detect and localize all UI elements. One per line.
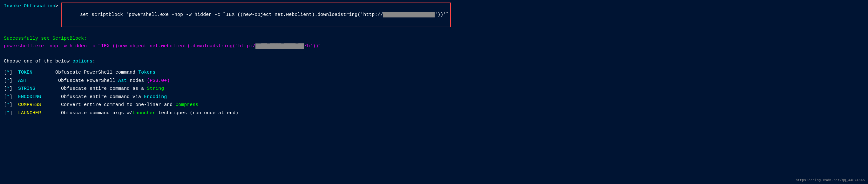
choose-colon: : — [92, 58, 95, 65]
menu-item-encoding[interactable]: [*] ENCODING Obfuscate entire command vi… — [4, 93, 864, 101]
desc-token: Obfuscate PowerShell command — [32, 69, 138, 77]
success-line-2: powershell.exe -nop -w hidden -c ˝IEX ((… — [4, 42, 864, 50]
asterisk-6: * — [7, 109, 9, 117]
desc-ast-2: nodes — [127, 77, 147, 85]
prompt-arrow: > — [55, 3, 61, 10]
desc-compress: Convert entire command to one-liner and — [41, 101, 175, 109]
bracket-close-3: ] — [9, 85, 18, 93]
asterisk-5: * — [7, 101, 9, 109]
success-line-1: Successfully set ScriptBlock: — [4, 35, 864, 42]
bracket-open-5: [ — [4, 101, 7, 109]
option-ast: AST — [18, 77, 27, 85]
watermark: https://blog.csdn.net/qq_44874645 — [796, 178, 865, 182]
option-token: TOKEN — [18, 69, 32, 77]
spacer-1 — [4, 27, 864, 35]
desc-launcher-2: techniques (run once at end) — [155, 109, 238, 117]
command-text: set scriptblock 'powershell.exe -nop -w … — [80, 12, 383, 17]
bracket-close-2: ] — [9, 77, 18, 85]
spacer-2 — [4, 50, 864, 58]
option-launcher: LAUNCHER — [18, 109, 41, 117]
success-label: Successfully set ScriptBlock: — [4, 35, 87, 42]
highlight-ps3: (PS3.0+) — [147, 77, 170, 85]
bracket-close-5: ] — [9, 101, 18, 109]
highlight-launcher: Launcher — [132, 109, 155, 117]
highlight-encoding: Encoding — [144, 93, 167, 101]
option-compress: COMPRESS — [18, 101, 41, 109]
bracket-close-4: ] — [9, 93, 18, 101]
bracket-open-1: [ — [4, 69, 7, 77]
choose-line: Choose one of the below options: — [4, 58, 864, 65]
bracket-open-6: [ — [4, 109, 7, 117]
menu-item-ast[interactable]: [*] AST Obfuscate PowerShell Ast nodes (… — [4, 77, 864, 85]
asterisk-2: * — [7, 77, 9, 85]
menu-item-token[interactable]: [*] TOKEN Obfuscate PowerShell command T… — [4, 69, 864, 77]
bracket-close-6: ] — [9, 109, 18, 117]
option-string: STRING — [18, 85, 35, 93]
choose-options: options — [72, 58, 92, 65]
command-input-box[interactable]: set scriptblock 'powershell.exe -nop -w … — [61, 3, 451, 27]
asterisk-4: * — [7, 93, 9, 101]
terminal-window: Invoke-Obfuscation > set scriptblock 'po… — [0, 0, 868, 184]
desc-string: Obfuscate entire command as a — [35, 85, 147, 93]
highlight-token: Tokens — [138, 69, 155, 77]
desc-launcher: Obfuscate command args w/ — [41, 109, 132, 117]
scriptblock-value: powershell.exe -nop -w hidden -c ˝IEX ((… — [4, 42, 321, 50]
menu-item-launcher[interactable]: [*] LAUNCHER Obfuscate command args w/La… — [4, 109, 864, 117]
menu-section: [*] TOKEN Obfuscate PowerShell command T… — [4, 69, 864, 117]
asterisk-3: * — [7, 85, 9, 93]
desc-ast: Obfuscate PowerShell — [27, 77, 118, 85]
bracket-close-1: ] — [9, 69, 18, 77]
bracket-open-2: [ — [4, 77, 7, 85]
menu-item-string[interactable]: [*] STRING Obfuscate entire command as a… — [4, 85, 864, 93]
asterisk-1: * — [7, 69, 9, 77]
highlight-string: String — [147, 85, 164, 93]
choose-text: Choose one of the below — [4, 58, 72, 65]
option-encoding: ENCODING — [18, 93, 41, 101]
prompt-text: Invoke-Obfuscation — [4, 3, 55, 10]
command-end-text: '))'˝ — [435, 12, 449, 17]
command-line: Invoke-Obfuscation > set scriptblock 'po… — [4, 3, 864, 27]
bracket-open-4: [ — [4, 93, 7, 101]
url-hidden: ██████████████████ — [383, 12, 435, 17]
highlight-ast: Ast — [118, 77, 127, 85]
highlight-compress: Compress — [175, 101, 198, 109]
bracket-open-3: [ — [4, 85, 7, 93]
desc-encoding: Obfuscate entire command via — [41, 93, 144, 101]
menu-item-compress[interactable]: [*] COMPRESS Convert entire command to o… — [4, 101, 864, 109]
